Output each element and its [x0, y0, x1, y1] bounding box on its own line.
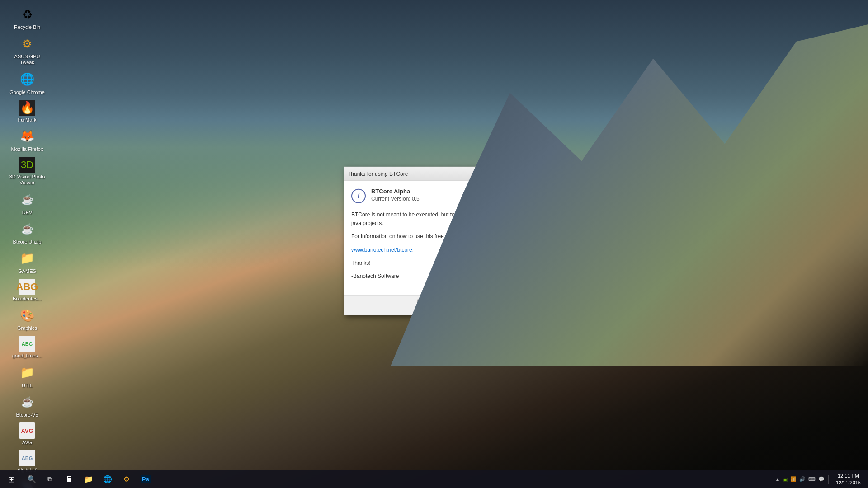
- asus-gpu-label: ASUS GPU Tweak: [9, 54, 45, 66]
- boulderites-label: Boulderites...: [13, 296, 42, 302]
- desktop-icon-chrome[interactable]: 🌐 Google Chrome: [7, 69, 47, 97]
- info-icon: i: [351, 189, 366, 203]
- dialog-body-line2-text: For information on how to use this free …: [351, 233, 508, 239]
- dialog-product-info: BTCore Alpha Current Version: 0.5: [371, 188, 517, 202]
- keyboard-icon[interactable]: ⌨: [808, 476, 816, 482]
- taskbar-calculator[interactable]: 🖩: [61, 470, 79, 488]
- btcore-unzip-label: Btcore Unzip: [13, 239, 42, 245]
- taskbar-search-button[interactable]: 🔍: [23, 470, 41, 488]
- taskbar-photoshop[interactable]: Ps: [137, 470, 155, 488]
- settings-icon: ⚙: [123, 475, 130, 483]
- desktop-icon-dev[interactable]: ☕ DEV: [7, 189, 47, 217]
- dialog-product-name: BTCore Alpha: [371, 188, 517, 195]
- dialog-title: Thanks for using BTCore: [348, 170, 408, 177]
- windows-logo-icon: ⊞: [8, 474, 15, 484]
- dialog-header-row: i BTCore Alpha Current Version: 0.5: [351, 188, 517, 203]
- desktop-icons-area: ♻ Recycle Bin ⚙ ASUS GPU Tweak 🌐 Google …: [0, 0, 54, 488]
- clock-time: 12:11 PM: [838, 473, 859, 479]
- desktop: ♻ Recycle Bin ⚙ ASUS GPU Tweak 🌐 Google …: [0, 0, 868, 488]
- 3dvision-icon: 3D: [19, 157, 35, 173]
- task-view-icon: ⧉: [47, 475, 52, 483]
- util-label: UTIL: [22, 383, 33, 389]
- desktop-icon-firefox[interactable]: 🦊 Mozilla Firefox: [7, 126, 47, 154]
- desktop-icon-btcore-v5[interactable]: ☕ Btcore-V5: [7, 391, 47, 420]
- clock-date: 12/11/2015: [836, 479, 861, 486]
- dialog-content: BTCore is not meant to be executed, but …: [351, 211, 517, 281]
- desktop-icon-btcore-unzip[interactable]: ☕ Btcore Unzip: [7, 218, 47, 247]
- btcore-unzip-icon: ☕: [18, 220, 36, 238]
- desktop-icon-avg[interactable]: AVG AVG: [7, 421, 47, 447]
- desktop-icon-graphics[interactable]: 🎨 Graphics: [7, 305, 47, 333]
- taskbar-right: ▲ ▣ 📶 🔊 ⌨ 💬 12:11 PM 12/11/2015: [775, 470, 868, 488]
- desktop-icon-recycle-bin[interactable]: ♻ Recycle Bin: [7, 4, 47, 32]
- chrome-label: Google Chrome: [9, 89, 45, 95]
- games-label: GAMES: [18, 268, 36, 274]
- recycle-bin-icon: ♻: [18, 5, 36, 23]
- dialog-body-line1: BTCore is not meant to be executed, but …: [351, 211, 517, 228]
- gpu-tray-icon[interactable]: ▣: [783, 476, 788, 483]
- util-icon: 📁: [18, 364, 36, 382]
- avg-label: AVG: [22, 440, 32, 446]
- desktop-icon-goodtimes[interactable]: ABG good_times...: [7, 334, 47, 361]
- btcore-v5-label: Btcore-V5: [16, 412, 38, 418]
- taskbar-file-explorer[interactable]: 📁: [80, 470, 98, 488]
- boulderites-icon: ABG: [19, 279, 35, 295]
- taskbar-pinned-apps: 🖩 📁 🌐 ⚙ Ps: [61, 470, 155, 488]
- dialog-titlebar: Thanks for using BTCore ×: [344, 167, 524, 181]
- task-view-button[interactable]: ⧉: [41, 470, 59, 488]
- digitaltff-icon: ABG: [19, 450, 35, 466]
- taskbar-chrome[interactable]: 🌐: [99, 470, 117, 488]
- firefox-icon: 🦊: [18, 127, 36, 145]
- taskbar: ⊞ 🔍 ⧉ 🖩 📁 🌐 ⚙ Ps: [0, 470, 868, 488]
- dialog-body-link: www.banotech.net/btcore.: [351, 245, 517, 254]
- furmark-icon: 🔥: [19, 100, 35, 116]
- taskbar-clock[interactable]: 12:11 PM 12/11/2015: [832, 473, 864, 486]
- desktop-icon-games[interactable]: 📁 GAMES: [7, 248, 47, 276]
- 3dvision-label: 3D Vision Photo Viewer: [9, 174, 45, 186]
- furmark-label: FurMark: [18, 117, 37, 123]
- taskbar-divider: [828, 475, 829, 484]
- dialog-ok-button[interactable]: OK: [417, 299, 451, 310]
- graphics-label: Graphics: [17, 325, 37, 331]
- dialog-signature: -Banotech Software: [351, 272, 517, 281]
- notification-icon[interactable]: 💬: [818, 476, 825, 482]
- dialog-body-line2: For information on how to use this free …: [351, 232, 517, 241]
- firefox-label: Mozilla Firefox: [11, 146, 43, 152]
- goodtimes-icon: ABG: [19, 336, 35, 352]
- dev-label: DEV: [22, 210, 33, 216]
- asus-gpu-icon: ⚙: [18, 35, 36, 53]
- network-icon[interactable]: 📶: [790, 476, 797, 482]
- dialog-version: Current Version: 0.5: [371, 196, 517, 202]
- btcore-dialog: Thanks for using BTCore × i BTCore Alpha…: [344, 167, 524, 315]
- start-button[interactable]: ⊞: [0, 470, 23, 488]
- dialog-close-button[interactable]: ×: [511, 169, 520, 178]
- dev-icon: ☕: [18, 191, 36, 209]
- games-icon: 📁: [18, 249, 36, 267]
- dialog-website-link[interactable]: www.banotech.net/btcore.: [351, 246, 414, 253]
- chrome-taskbar-icon: 🌐: [103, 475, 112, 483]
- chrome-icon: 🌐: [18, 70, 36, 89]
- desktop-icon-furmark[interactable]: 🔥 FurMark: [7, 98, 47, 125]
- desktop-icon-util[interactable]: 📁 UTIL: [7, 362, 47, 390]
- tray-arrow-icon[interactable]: ▲: [775, 477, 780, 482]
- goodtimes-label: good_times...: [12, 353, 42, 359]
- graphics-icon: 🎨: [18, 306, 36, 324]
- search-icon: 🔍: [27, 475, 36, 483]
- dialog-thanks: Thanks!: [351, 259, 517, 267]
- avg-icon: AVG: [19, 422, 35, 439]
- recycle-bin-label: Recycle Bin: [14, 24, 40, 30]
- dialog-footer: OK: [344, 295, 524, 315]
- desktop-icon-3dvision[interactable]: 3D 3D Vision Photo Viewer: [7, 155, 47, 188]
- btcore-v5-icon: ☕: [18, 393, 36, 411]
- volume-icon[interactable]: 🔊: [799, 476, 806, 482]
- desktop-icon-boulderites[interactable]: ABG Boulderites...: [7, 277, 47, 304]
- desktop-icon-asus-gpu[interactable]: ⚙ ASUS GPU Tweak: [7, 33, 47, 67]
- calculator-icon: 🖩: [66, 475, 73, 483]
- file-explorer-icon: 📁: [84, 475, 93, 483]
- photoshop-icon: Ps: [141, 475, 151, 483]
- taskbar-settings[interactable]: ⚙: [118, 470, 136, 488]
- dialog-body: i BTCore Alpha Current Version: 0.5 BTCo…: [344, 181, 524, 295]
- system-tray: ▲ ▣ 📶 🔊 ⌨ 💬: [775, 476, 825, 483]
